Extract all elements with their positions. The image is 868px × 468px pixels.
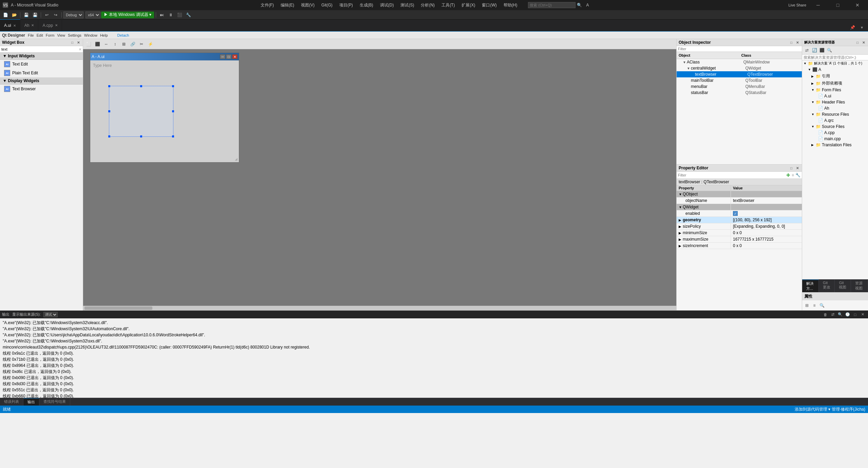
- solution-tree[interactable]: ▼ 📁 解决方案 'A' (1 个项目，共 1 个) ▼ ⬛ A ▶ 📁 引用: [802, 60, 868, 279]
- menu-file[interactable]: 文件(F): [258, 2, 277, 9]
- dt-btn6[interactable]: 🔗: [129, 40, 137, 48]
- widget-plain-text-edit[interactable]: AI Plain Text Edit: [0, 69, 83, 77]
- menu-extensions[interactable]: 扩展(X): [459, 2, 478, 9]
- output-clock-btn[interactable]: 🕐: [844, 312, 851, 317]
- open-file-btn[interactable]: 📂: [10, 11, 18, 19]
- tree-item-aclass[interactable]: ▼ AClass QMainWindow: [677, 59, 802, 65]
- prop-sizepolicy-value[interactable]: [Expanding, Expanding, 0, 0]: [731, 223, 802, 229]
- tab-acpp[interactable]: A.cpp ✕: [38, 19, 62, 31]
- menu-help[interactable]: 帮助(H): [501, 2, 520, 9]
- live-share-label[interactable]: Live Share: [788, 3, 806, 7]
- sol-file-aui[interactable]: 📄 A.ui: [802, 93, 868, 99]
- sol-solution-root[interactable]: ▼ 📁 解决方案 'A' (1 个项目，共 1 个): [802, 60, 868, 67]
- prop-row-minimumsize[interactable]: ▶ minimumSize 0 x 0: [677, 230, 802, 236]
- handle-middle-left[interactable]: [108, 110, 110, 112]
- handle-bottom-center[interactable]: [140, 135, 142, 137]
- qt-edit-menu[interactable]: Edit: [37, 33, 43, 37]
- solution-search-input[interactable]: [804, 55, 867, 59]
- menu-build[interactable]: 生成(B): [357, 2, 376, 9]
- sol-tab-solution[interactable]: 解决方...: [802, 280, 819, 292]
- dt-btn8[interactable]: ⚡: [146, 40, 154, 48]
- qt-form-menu[interactable]: Form: [46, 33, 55, 37]
- tab-aui-close[interactable]: ✕: [13, 24, 16, 27]
- sol-file-maincpp[interactable]: 📄 main.cpp: [802, 136, 868, 142]
- menu-test[interactable]: 测试(S): [398, 2, 417, 9]
- widget-search-input[interactable]: [1, 47, 79, 51]
- debug-config-select[interactable]: Debug: [63, 12, 83, 18]
- prop-row-objectname[interactable]: objectName textBrowser: [677, 198, 802, 204]
- tree-item-statusbar[interactable]: statusBar QStatusBar: [677, 90, 802, 96]
- handle-middle-right[interactable]: [172, 110, 174, 112]
- menu-debug[interactable]: 调试(D): [377, 2, 397, 9]
- tab-ah-close[interactable]: ✕: [31, 23, 34, 27]
- prop-row-enabled[interactable]: enabled ✓: [677, 210, 802, 217]
- output-tab-output[interactable]: 输出: [23, 398, 39, 406]
- dt-btn5[interactable]: ⊞: [120, 40, 128, 48]
- widget-box-float-btn[interactable]: □: [70, 40, 75, 45]
- property-close-btn[interactable]: ✕: [795, 166, 800, 170]
- tree-item-maintoolbar[interactable]: mainToolBar QToolBar: [677, 77, 802, 83]
- redo-btn[interactable]: ↪: [52, 11, 60, 19]
- dt-btn2[interactable]: ⬛: [93, 40, 101, 48]
- prop-maximumsize-value[interactable]: 16777215 x 16777215: [731, 236, 802, 242]
- form-close-btn[interactable]: ✕: [232, 54, 238, 59]
- output-tab-findsymbol[interactable]: 查找符号结果: [39, 398, 70, 406]
- qt-detach-btn[interactable]: Detach: [117, 33, 129, 37]
- output-clear-btn[interactable]: 🗑: [822, 312, 829, 317]
- statusbar-add-source[interactable]: 添加到源代码管理 ▾ 管理·修程序(Jicha): [795, 407, 865, 412]
- maximize-button[interactable]: □: [830, 0, 846, 10]
- prop-geometry-value[interactable]: [(100, 80), 256 x 192]: [731, 217, 802, 223]
- output-wrap-btn[interactable]: ⇄: [829, 312, 836, 317]
- form-resize-handle[interactable]: ◢: [235, 157, 238, 161]
- qt-view-menu[interactable]: View: [57, 33, 65, 37]
- menu-git[interactable]: Git(G): [319, 2, 335, 8]
- output-filter-btn[interactable]: 🔍: [837, 312, 844, 317]
- property-add-btn[interactable]: ✚: [786, 172, 790, 178]
- horizontal-scrollbar[interactable]: [83, 306, 676, 311]
- toolbar-btn-extra1[interactable]: ⏭: [158, 11, 166, 19]
- inspector-close-btn[interactable]: ✕: [795, 40, 800, 45]
- qt-file-menu[interactable]: File: [28, 33, 34, 37]
- run-button[interactable]: ▶ 本地 Windows 调试器 ▾: [101, 12, 154, 18]
- sol-folder-translationfiles[interactable]: ▶ 📁 Translation Files: [802, 142, 868, 148]
- sol-tab-git-view[interactable]: Git 视图: [835, 280, 851, 292]
- form-window[interactable]: A - A.ui ─ □ ✕ Type Here: [90, 53, 239, 163]
- output-source-select[interactable]: 调试: [43, 312, 58, 317]
- prop-row-maximumsize[interactable]: ▶ maximumSize 16777215 x 16777215: [677, 236, 802, 243]
- menu-tools[interactable]: 工具(T): [439, 2, 457, 9]
- tab-aui[interactable]: A.ui ✕: [0, 19, 20, 31]
- sol-file-ah[interactable]: 📄 Ah: [802, 105, 868, 111]
- form-minimize-btn[interactable]: ─: [220, 54, 225, 59]
- sol-folder-sourcefiles[interactable]: ▼ 📁 Source Files: [802, 124, 868, 130]
- property-filter-btn2[interactable]: ≡: [792, 173, 794, 177]
- widget-text-browser[interactable]: AI Text Browser: [0, 85, 83, 93]
- prop-row-sizepolicy[interactable]: ▶ sizePolicy [Expanding, Expanding, 0, 0…: [677, 223, 802, 230]
- sol-folder-headerfiles[interactable]: ▼ 📁 Header Files: [802, 99, 868, 105]
- menu-analyze[interactable]: 分析(N): [418, 2, 437, 9]
- prop-enabled-value[interactable]: ✓: [731, 210, 802, 217]
- minimize-button[interactable]: ─: [810, 0, 826, 10]
- sol-project-a[interactable]: ▼ ⬛ A: [802, 67, 868, 73]
- prop-row-geometry[interactable]: ▶ geometry [(100, 80), 256 x 192]: [677, 217, 802, 223]
- sol-folder-formfiles[interactable]: ▼ 📁 Form Files: [802, 87, 868, 93]
- menu-view[interactable]: 视图(V): [298, 2, 317, 9]
- prop-objectname-value[interactable]: textBrowser: [731, 198, 802, 204]
- output-close-btn[interactable]: ✕: [859, 312, 866, 317]
- sol-tab-resource-view[interactable]: 资源视图: [851, 280, 868, 292]
- platform-select[interactable]: x64: [86, 12, 100, 18]
- prop-sizeincrement-value[interactable]: 0 x 0: [731, 243, 802, 249]
- menu-window[interactable]: 窗口(W): [479, 2, 499, 9]
- save-all-btn[interactable]: 💾: [31, 11, 39, 19]
- qt-help-menu[interactable]: Help: [100, 33, 108, 37]
- qt-window-menu[interactable]: Window: [84, 33, 97, 37]
- sol-file-acpp[interactable]: 📄 A.cpp: [802, 130, 868, 136]
- h-scroll-thumb[interactable]: [84, 306, 152, 310]
- property-float-btn[interactable]: □: [789, 166, 794, 170]
- object-tree[interactable]: ▼ AClass QMainWindow ▼ centralWidget QWi…: [677, 59, 802, 164]
- tab-acpp-close[interactable]: ✕: [55, 23, 58, 27]
- sol-filter-btn[interactable]: 🔍: [826, 47, 833, 54]
- sol-refresh-btn[interactable]: 🔄: [811, 47, 818, 54]
- handle-bottom-right[interactable]: [172, 135, 174, 137]
- output-tab-errors[interactable]: 错误列表: [0, 398, 23, 406]
- widget-selection-overlay[interactable]: [109, 86, 173, 137]
